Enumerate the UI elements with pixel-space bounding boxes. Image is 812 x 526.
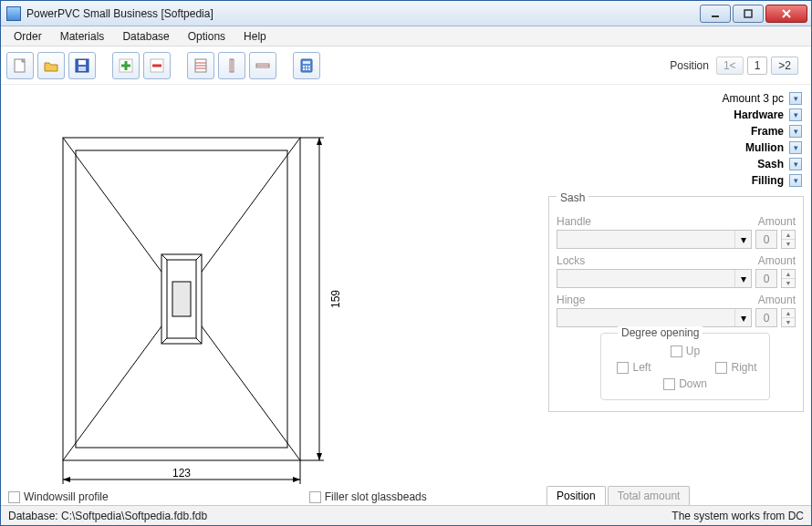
checkbox-icon bbox=[671, 346, 682, 357]
handle-amount[interactable]: 0 bbox=[755, 230, 777, 249]
expand-icon[interactable]: ▾ bbox=[789, 125, 802, 138]
title-bar: PowerPVC Small Business [Softpedia] bbox=[1, 1, 811, 26]
property-hardware[interactable]: Hardware▾ bbox=[541, 107, 802, 123]
svg-rect-29 bbox=[308, 68, 310, 70]
menu-database[interactable]: Database bbox=[113, 28, 178, 45]
remove-button[interactable] bbox=[143, 52, 171, 79]
svg-marker-53 bbox=[317, 138, 322, 145]
close-button[interactable] bbox=[765, 5, 807, 23]
width-dimension[interactable]: 123 bbox=[172, 467, 191, 480]
height-dimension[interactable]: 159 bbox=[329, 290, 342, 308]
svg-marker-47 bbox=[293, 477, 300, 482]
properties-panel: Amount 3 pc ▾ Hardware▾ Frame▾ Mullion▾ … bbox=[540, 85, 811, 505]
property-mullion[interactable]: Mullion▾ bbox=[541, 139, 802, 156]
locks-spinner[interactable]: ▲▼ bbox=[781, 269, 796, 288]
locks-amount[interactable]: 0 bbox=[755, 269, 777, 288]
chevron-down-icon: ▾ bbox=[734, 270, 751, 287]
hinge-spinner[interactable]: ▲▼ bbox=[781, 308, 796, 327]
toolbar: Position 1< 1 >2 bbox=[1, 46, 811, 85]
save-button[interactable] bbox=[68, 52, 96, 79]
checkbox-icon bbox=[8, 491, 20, 503]
property-frame[interactable]: Frame▾ bbox=[541, 123, 802, 139]
expand-icon[interactable]: ▾ bbox=[789, 108, 802, 121]
degree-right-checkbox[interactable]: Right bbox=[715, 361, 756, 374]
filler-slot-checkbox[interactable]: Filler slot glassbeads bbox=[309, 490, 427, 503]
svg-rect-42 bbox=[172, 282, 191, 316]
handle-combo[interactable]: ▾ bbox=[557, 230, 752, 249]
handle-spinner[interactable]: ▲▼ bbox=[781, 230, 796, 249]
position-current: 1 bbox=[747, 57, 768, 75]
status-system: The system works from DC bbox=[671, 510, 804, 522]
vertical-ruler-button[interactable] bbox=[218, 52, 245, 79]
windowsill-label: Windowsill profile bbox=[24, 490, 109, 503]
menu-materials[interactable]: Materials bbox=[51, 28, 114, 45]
menu-help[interactable]: Help bbox=[234, 28, 276, 45]
svg-rect-28 bbox=[306, 68, 307, 70]
svg-rect-1 bbox=[744, 10, 752, 17]
add-button[interactable] bbox=[112, 52, 140, 79]
property-sash[interactable]: Sash▾ bbox=[541, 156, 802, 172]
window-title: PowerPVC Small Business [Softpedia] bbox=[26, 7, 700, 20]
degree-up-checkbox[interactable]: Up bbox=[671, 345, 700, 357]
calculator-button[interactable] bbox=[293, 52, 320, 79]
minimize-button[interactable] bbox=[700, 5, 731, 23]
menu-options[interactable]: Options bbox=[179, 28, 234, 45]
svg-rect-24 bbox=[303, 66, 305, 67]
expand-icon[interactable]: ▾ bbox=[789, 92, 802, 105]
chevron-down-icon: ▾ bbox=[734, 309, 751, 326]
bottom-tabs: Position Total amount bbox=[541, 486, 811, 505]
degree-left-checkbox[interactable]: Left bbox=[617, 361, 651, 374]
expand-icon[interactable]: ▾ bbox=[789, 158, 802, 170]
sash-section: Sash HandleAmount ▾ 0 ▲▼ LocksAmount ▾ 0… bbox=[548, 196, 804, 412]
ledger-button[interactable] bbox=[187, 52, 214, 79]
degree-down-checkbox[interactable]: Down bbox=[663, 377, 707, 390]
checkbox-icon bbox=[309, 491, 321, 503]
hinge-combo[interactable]: ▾ bbox=[557, 308, 752, 327]
svg-rect-27 bbox=[303, 68, 305, 70]
svg-rect-23 bbox=[303, 61, 310, 64]
position-label: Position bbox=[670, 59, 709, 72]
menu-order[interactable]: Order bbox=[5, 28, 51, 45]
open-button[interactable] bbox=[37, 52, 65, 79]
filler-slot-label: Filler slot glassbeads bbox=[325, 490, 427, 503]
new-button[interactable] bbox=[6, 52, 34, 79]
handle-label: Handle bbox=[557, 215, 750, 228]
app-icon bbox=[6, 6, 21, 21]
hinge-label: Hinge bbox=[557, 294, 750, 306]
maximize-button[interactable] bbox=[733, 5, 764, 23]
svg-rect-25 bbox=[306, 66, 307, 67]
property-filling[interactable]: Filling▾ bbox=[541, 172, 802, 189]
position-navigator: Position 1< 1 >2 bbox=[670, 57, 798, 75]
degree-opening-group: Degree opening Up Left Right Down bbox=[600, 333, 770, 400]
tab-total-amount[interactable]: Total amount bbox=[608, 486, 691, 505]
expand-icon[interactable]: ▾ bbox=[789, 174, 802, 187]
svg-rect-26 bbox=[308, 66, 310, 67]
degree-opening-title: Degree opening bbox=[618, 326, 703, 339]
svg-marker-46 bbox=[63, 477, 70, 482]
position-prev-button[interactable]: 1< bbox=[716, 57, 744, 75]
position-next-button[interactable]: >2 bbox=[771, 57, 798, 75]
drawing-canvas[interactable]: 123 159 Windowsill profile Filler slot g… bbox=[1, 85, 540, 505]
amount-row: Amount 3 pc ▾ bbox=[541, 90, 802, 107]
windowsill-checkbox[interactable]: Windowsill profile bbox=[8, 490, 109, 503]
checkbox-icon bbox=[663, 378, 675, 390]
svg-rect-7 bbox=[78, 60, 86, 65]
svg-marker-54 bbox=[317, 453, 322, 460]
menu-bar: Order Materials Database Options Help bbox=[1, 26, 811, 46]
tab-position[interactable]: Position bbox=[547, 486, 606, 505]
locks-label: Locks bbox=[557, 254, 750, 267]
sash-section-title: Sash bbox=[557, 191, 588, 204]
chevron-down-icon: ▾ bbox=[734, 231, 751, 248]
hinge-amount[interactable]: 0 bbox=[755, 308, 777, 327]
expand-icon[interactable]: ▾ bbox=[789, 141, 802, 154]
svg-rect-8 bbox=[78, 67, 86, 71]
checkbox-icon bbox=[715, 362, 727, 374]
horizontal-ruler-button[interactable] bbox=[249, 52, 276, 79]
locks-combo[interactable]: ▾ bbox=[557, 269, 752, 288]
checkbox-icon bbox=[617, 362, 629, 374]
